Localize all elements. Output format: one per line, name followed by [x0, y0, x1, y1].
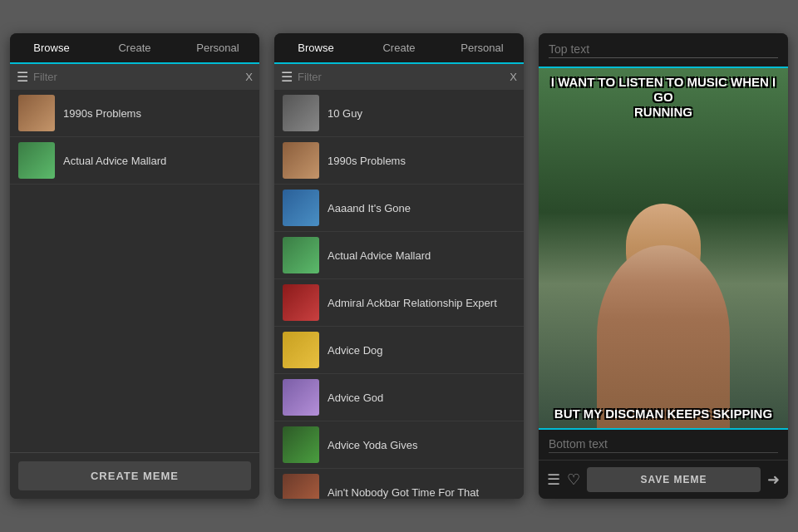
meme-item-name: 1990s Problems [63, 107, 141, 120]
list-item[interactable]: Aaaand It's Gone [274, 185, 524, 232]
bottom-text-input[interactable] [549, 437, 778, 453]
meme-item-name: 1990s Problems [328, 155, 406, 167]
meme-item-name: Actual Advice Mallard [328, 249, 431, 262]
meme-thumbnail [283, 142, 319, 179]
create-meme-button[interactable]: CREATE MEME [18, 461, 251, 490]
hamburger-icon-1[interactable]: ☰ [17, 69, 28, 85]
tab-personal-1[interactable]: Personal [176, 33, 259, 64]
meme-list-2: 10 Guy 1990s Problems Aaaand It's Gone A… [274, 90, 524, 499]
meme-item-name: Advice Yoda Gives [328, 439, 417, 451]
tabs-1: Browse Create Personal [10, 33, 259, 64]
meme-preview: I WANT TO LISTEN TO MUSIC WHEN I GO RUNN… [539, 68, 788, 428]
hamburger-icon-2[interactable]: ☰ [281, 69, 293, 85]
bottom-text-bar [539, 428, 788, 461]
menu-icon[interactable]: ☰ [547, 470, 560, 489]
meme-item-name: Admiral Ackbar Relationship Expert [328, 297, 497, 309]
tab-browse-2[interactable]: Browse [274, 33, 357, 64]
heart-icon[interactable]: ♡ [567, 470, 580, 489]
tab-personal-2[interactable]: Personal [441, 33, 524, 64]
meme-thumbnail [283, 237, 319, 273]
top-text-input[interactable] [549, 42, 778, 58]
filter-clear-2[interactable]: X [510, 71, 517, 83]
editor-toolbar: ☰ ♡ SAVE MEME ➜ [539, 461, 788, 499]
meme-overlay-top: I WANT TO LISTEN TO MUSIC WHEN I GO RUNN… [539, 75, 788, 120]
filter-clear-1[interactable]: X [245, 71, 253, 83]
meme-thumbnail [283, 332, 319, 368]
list-item[interactable]: 10 Guy [274, 90, 524, 137]
tab-browse-1[interactable]: Browse [10, 33, 93, 64]
filter-bar-1: ☰ X [10, 64, 259, 90]
filter-input-1[interactable] [33, 71, 240, 83]
meme-thumbnail [283, 379, 319, 416]
panel-2: Browse Create Personal ☰ X 10 Guy 1990s … [274, 33, 524, 499]
meme-item-name: Advice Dog [328, 344, 382, 357]
list-item[interactable]: Ain't Nobody Got Time For That [274, 469, 524, 499]
list-item[interactable]: Advice Dog [274, 327, 524, 374]
list-item[interactable]: Actual Advice Mallard [10, 137, 259, 185]
meme-thumbnail [283, 284, 319, 321]
meme-list-1: 1990s Problems Actual Advice Mallard [10, 90, 259, 452]
tab-create-2[interactable]: Create [357, 33, 441, 64]
tab-create-1[interactable]: Create [93, 33, 176, 64]
top-text-bar [539, 33, 788, 68]
meme-item-name: 10 Guy [328, 107, 362, 120]
person-body [597, 245, 730, 428]
create-btn-wrap: CREATE MEME [10, 452, 259, 499]
share-icon[interactable]: ➜ [767, 470, 780, 489]
save-meme-button[interactable]: SAVE MEME [587, 467, 761, 492]
list-item[interactable]: 1990s Problems [10, 90, 259, 137]
meme-image-container: I WANT TO LISTEN TO MUSIC WHEN I GO RUNN… [539, 68, 788, 428]
meme-thumbnail [283, 474, 319, 499]
panel-1: Browse Create Personal ☰ X 1990s Problem… [10, 33, 259, 499]
tabs-2: Browse Create Personal [274, 33, 524, 64]
meme-overlay-bottom: BUT MY DISCMAN KEEPS SKIPPING [539, 406, 788, 421]
meme-item-name: Aaaand It's Gone [328, 202, 411, 214]
meme-thumbnail [18, 95, 55, 131]
meme-thumbnail [283, 190, 319, 226]
list-item[interactable]: Admiral Ackbar Relationship Expert [274, 279, 524, 327]
list-item[interactable]: Advice Yoda Gives [274, 421, 524, 469]
meme-item-name: Ain't Nobody Got Time For That [328, 486, 479, 499]
meme-thumbnail [283, 95, 319, 131]
list-item[interactable]: Actual Advice Mallard [274, 232, 524, 279]
meme-thumbnail [18, 142, 55, 179]
filter-input-2[interactable] [298, 71, 505, 83]
meme-item-name: Advice God [328, 392, 383, 404]
list-item[interactable]: Advice God [274, 374, 524, 421]
meme-thumbnail [283, 426, 319, 463]
meme-editor-panel: I WANT TO LISTEN TO MUSIC WHEN I GO RUNN… [539, 33, 788, 499]
filter-bar-2: ☰ X [274, 64, 524, 90]
list-item[interactable]: 1990s Problems [274, 137, 524, 185]
meme-item-name: Actual Advice Mallard [63, 155, 166, 167]
